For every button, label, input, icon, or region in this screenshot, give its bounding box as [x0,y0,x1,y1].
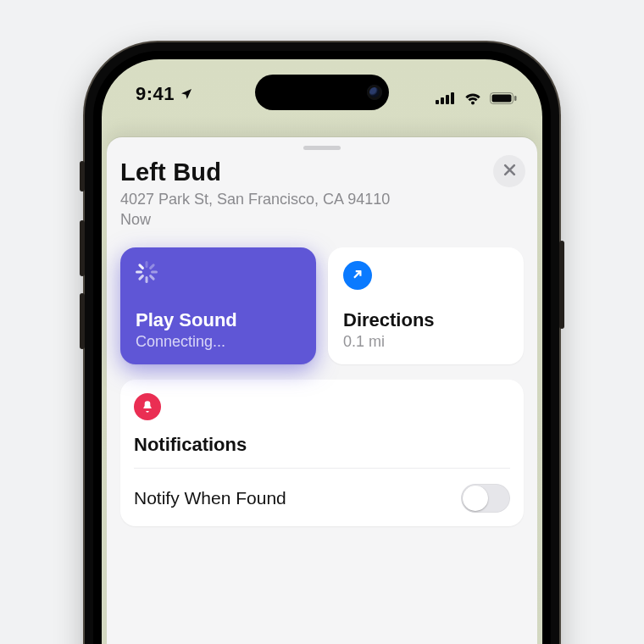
sheet-grabber[interactable] [303,146,341,150]
svg-rect-0 [436,100,439,104]
spinner-icon [136,261,158,283]
play-sound-label: Play Sound [136,309,301,331]
item-title: Left Bud [120,158,480,186]
switch-knob [463,486,488,511]
directions-distance: 0.1 mi [343,333,508,351]
screen: 9:41 [102,59,542,644]
notify-when-found-label: Notify When Found [134,488,286,508]
bell-icon [134,393,161,420]
play-sound-card[interactable]: Play Sound Connecting... [120,247,316,364]
volume-down-button [80,293,85,349]
svg-rect-5 [492,95,512,103]
notifications-section: Notifications Notify When Found [120,380,524,526]
phone-frame: 9:41 [85,42,559,644]
item-address: 4027 Park St, San Francisco, CA 94110 [120,190,480,209]
close-button[interactable] [493,155,525,187]
wifi-icon [464,92,482,105]
location-icon [180,87,193,101]
item-detail-sheet: Left Bud 4027 Park St, San Francisco, CA… [107,137,537,644]
item-last-seen: Now [120,211,480,229]
directions-label: Directions [343,309,508,331]
svg-rect-6 [514,96,517,101]
svg-rect-1 [441,97,444,104]
svg-rect-2 [446,95,449,104]
directions-icon [343,261,372,290]
status-clock: 9:41 [136,83,175,105]
svg-rect-3 [451,92,454,104]
status-bar: 9:41 [102,59,542,107]
cell-signal-icon [436,92,456,104]
volume-up-button [80,220,85,276]
battery-icon [490,92,517,104]
notify-when-found-switch[interactable] [461,484,510,513]
notify-when-found-row: Notify When Found [134,468,510,526]
power-button [559,241,564,329]
play-sound-status: Connecting... [136,333,301,351]
directions-card[interactable]: Directions 0.1 mi [328,247,524,364]
close-icon [503,164,516,180]
notifications-heading: Notifications [134,434,510,456]
mute-switch [80,161,85,192]
